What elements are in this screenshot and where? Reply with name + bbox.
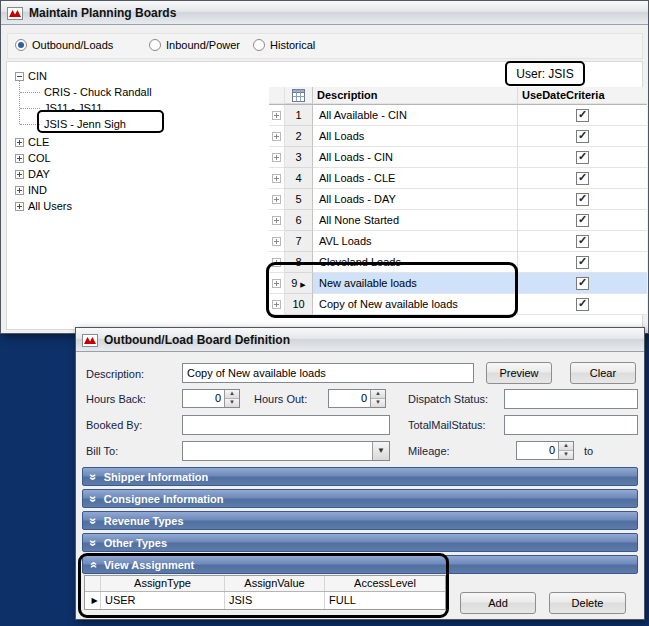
use-date-criteria-checkbox[interactable] — [576, 277, 589, 290]
expand-icon[interactable] — [15, 186, 24, 195]
row-expand-icon[interactable] — [272, 300, 281, 309]
board-row-9-selected[interactable]: 9 New available loads — [269, 273, 647, 294]
board-row-7[interactable]: 7 AVL Loads — [269, 231, 647, 252]
row-expand-icon[interactable] — [272, 174, 281, 183]
spin-down-icon[interactable]: ▼ — [371, 398, 385, 407]
use-date-criteria-column-header[interactable]: UseDateCriteria — [518, 87, 647, 104]
row-expand-cell[interactable] — [269, 210, 285, 231]
row-expand-icon[interactable] — [272, 111, 281, 120]
use-date-criteria-checkbox[interactable] — [576, 235, 589, 248]
row-expand-cell[interactable] — [269, 168, 285, 189]
dialog-titlebar[interactable]: Outbound/Load Board Definition — [76, 328, 644, 352]
tree-item-js11[interactable]: JS11 - JS11 — [20, 101, 102, 115]
spin-buttons[interactable]: ▲▼ — [558, 442, 573, 459]
add-button[interactable]: Add — [460, 592, 536, 614]
expand-icon[interactable] — [15, 202, 24, 211]
row-expand-icon[interactable] — [272, 279, 281, 288]
row-expand-cell[interactable] — [269, 294, 285, 315]
spin-up-icon[interactable]: ▲ — [559, 442, 573, 450]
collapse-icon[interactable] — [15, 72, 24, 81]
board-row-2[interactable]: 2 All Loads — [269, 126, 647, 147]
expand-icon[interactable] — [15, 154, 24, 163]
chevron-down-icon[interactable]: ▼ — [372, 442, 389, 460]
tree-item-cle[interactable]: CLE — [15, 135, 49, 149]
row-expand-cell[interactable] — [269, 189, 285, 210]
expand-icon[interactable] — [15, 138, 24, 147]
use-date-criteria-checkbox[interactable] — [576, 193, 589, 206]
spin-up-icon[interactable]: ▲ — [225, 390, 239, 398]
row-expand-icon[interactable] — [272, 216, 281, 225]
row-expand-cell[interactable] — [269, 252, 285, 273]
tree-item-col[interactable]: COL — [15, 151, 51, 165]
board-row-10[interactable]: 10 Copy of New available loads — [269, 294, 647, 315]
spin-down-icon[interactable]: ▼ — [559, 450, 573, 459]
board-row-5[interactable]: 5 All Loads - DAY — [269, 189, 647, 210]
spin-buttons[interactable]: ▲▼ — [224, 390, 239, 407]
row-expand-cell[interactable] — [269, 273, 285, 294]
use-date-criteria-checkbox[interactable] — [576, 109, 589, 122]
row-expand-icon[interactable] — [272, 153, 281, 162]
assign-type-column-header[interactable]: AssignType — [101, 576, 225, 591]
hours-out-spinner[interactable]: 0 ▲▼ — [328, 389, 386, 408]
use-date-criteria-checkbox[interactable] — [576, 214, 589, 227]
radio-historical[interactable]: Historical — [253, 39, 315, 51]
hours-back-spinner[interactable]: 0 ▲▼ — [182, 389, 240, 408]
section-shipper-information[interactable]: Shipper Information — [82, 467, 638, 486]
tree-connector — [20, 124, 40, 125]
board-row-4[interactable]: 4 All Loads - CLE — [269, 168, 647, 189]
expand-icon[interactable] — [15, 170, 24, 179]
section-view-assignment[interactable]: View Assignment — [82, 555, 638, 574]
row-expand-icon[interactable] — [272, 132, 281, 141]
radio-inbound-power[interactable]: Inbound/Power — [149, 39, 240, 51]
use-date-criteria-checkbox[interactable] — [576, 151, 589, 164]
row-expand-cell[interactable] — [269, 105, 285, 126]
preview-button[interactable]: Preview — [486, 362, 552, 384]
tree-item-all-users[interactable]: All Users — [15, 199, 72, 213]
mileage-spinner[interactable]: 0 ▲▼ — [516, 441, 574, 460]
tree-item-ind[interactable]: IND — [15, 183, 47, 197]
use-date-criteria-checkbox[interactable] — [576, 130, 589, 143]
board-row-1[interactable]: 1 All Available - CIN — [269, 105, 647, 126]
board-row-8[interactable]: 8 Cleveland Loads — [269, 252, 647, 273]
clear-button[interactable]: Clear — [570, 362, 636, 384]
board-row-6[interactable]: 6 All None Started — [269, 210, 647, 231]
tree-item-day[interactable]: DAY — [15, 167, 50, 181]
spin-buttons[interactable]: ▲▼ — [370, 390, 385, 407]
row-check-cell — [518, 147, 647, 168]
row-expand-icon[interactable] — [272, 258, 281, 267]
total-mail-status-input[interactable] — [504, 415, 638, 435]
tree-item-jsis[interactable]: JSIS - Jenn Sigh — [20, 117, 126, 131]
section-label: Shipper Information — [104, 471, 209, 483]
main-window-titlebar[interactable]: Maintain Planning Boards — [1, 1, 648, 25]
use-date-criteria-checkbox[interactable] — [576, 298, 589, 311]
tree-item-cin[interactable]: CIN — [15, 69, 47, 83]
description-input[interactable]: Copy of New available loads — [182, 363, 474, 383]
booked-by-input[interactable] — [182, 415, 390, 435]
assign-value-column-header[interactable]: AssignValue — [225, 576, 325, 591]
assignment-row[interactable]: USER JSIS FULL — [85, 592, 445, 609]
dispatch-status-input[interactable] — [504, 389, 638, 409]
radio-outbound-loads[interactable]: Outbound/Loads — [15, 39, 113, 51]
boards-grid-header: Description UseDateCriteria — [269, 87, 647, 105]
row-expand-icon[interactable] — [272, 195, 281, 204]
use-date-criteria-checkbox[interactable] — [576, 172, 589, 185]
row-expand-icon[interactable] — [272, 237, 281, 246]
spin-down-icon[interactable]: ▼ — [225, 398, 239, 407]
board-row-3[interactable]: 3 All Loads - CIN — [269, 147, 647, 168]
tree-item-cris[interactable]: CRIS - Chuck Randall — [20, 85, 152, 99]
delete-button[interactable]: Delete — [549, 592, 626, 614]
row-expand-cell[interactable] — [269, 231, 285, 252]
bill-to-dropdown[interactable]: ▼ — [182, 441, 390, 461]
row-number: 6 — [285, 210, 313, 231]
row-expand-cell[interactable] — [269, 147, 285, 168]
description-column-header[interactable]: Description — [313, 87, 518, 104]
section-consignee-information[interactable]: Consignee Information — [82, 489, 638, 508]
section-other-types[interactable]: Other Types — [82, 533, 638, 552]
access-level-column-header[interactable]: AccessLevel — [325, 576, 445, 591]
tree-connector — [20, 92, 40, 93]
row-expand-cell[interactable] — [269, 126, 285, 147]
use-date-criteria-checkbox[interactable] — [576, 256, 589, 269]
row-description: Cleveland Loads — [313, 252, 518, 273]
spin-up-icon[interactable]: ▲ — [371, 390, 385, 398]
section-revenue-types[interactable]: Revenue Types — [82, 511, 638, 530]
